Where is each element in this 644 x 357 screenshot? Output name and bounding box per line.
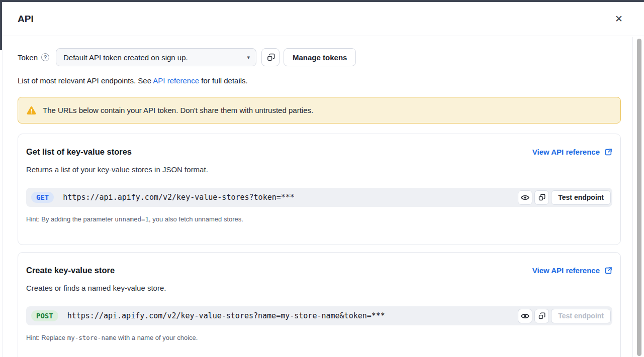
eye-icon (521, 193, 529, 202)
endpoint-row: POST https://api.apify.com/v2/key-value-… (26, 306, 612, 325)
endpoint-url: https://api.apify.com/v2/key-value-store… (67, 311, 518, 320)
warning-triangle-icon (27, 106, 36, 115)
token-select-value: Default API token created on sign up. (63, 53, 188, 62)
token-row: Token ? Default API token created on sig… (18, 48, 621, 66)
endpoint-card-create-store: Create key-value store View API referenc… (18, 252, 621, 357)
card-description: Returns a list of your key-value stores … (26, 165, 612, 174)
modal-body: Token ? Default API token created on sig… (3, 36, 644, 357)
copy-icon (266, 53, 275, 62)
warning-banner: The URLs below contain your API token. D… (18, 97, 621, 124)
test-endpoint-button[interactable]: Test endpoint (551, 309, 611, 323)
endpoint-actions: Test endpoint (518, 309, 611, 323)
hint-code: unnamed=1 (115, 215, 149, 223)
intro-after: for full details. (199, 76, 248, 85)
endpoint-hint: Hint: By adding the parameter unnamed=1,… (26, 215, 612, 223)
eye-icon (521, 312, 529, 320)
copy-url-button[interactable] (534, 190, 549, 205)
method-badge-post: POST (31, 310, 58, 321)
method-badge-get: GET (31, 192, 54, 203)
reveal-token-button[interactable] (518, 190, 532, 205)
hint-suffix: with a name of your choice. (117, 334, 198, 341)
hint-prefix: Hint: Replace (26, 334, 67, 341)
endpoint-url: https://api.apify.com/v2/key-value-store… (63, 193, 518, 202)
endpoint-actions: Test endpoint (518, 190, 611, 205)
page-title: API (18, 14, 34, 25)
close-button[interactable]: ✕ (614, 13, 624, 25)
external-link-icon (604, 267, 612, 275)
endpoint-row: GET https://api.apify.com/v2/key-value-s… (26, 188, 612, 207)
view-api-reference-label: View API reference (532, 148, 600, 156)
copy-url-button[interactable] (534, 309, 549, 323)
view-api-reference-label: View API reference (532, 266, 600, 275)
api-modal: API ✕ Token ? Default API token created … (2, 2, 644, 357)
card-description: Creates or finds a named key-value store… (26, 284, 612, 292)
token-select[interactable]: Default API token created on sign up. ▾ (56, 48, 256, 66)
copy-token-button[interactable] (261, 48, 280, 66)
close-icon: ✕ (615, 14, 623, 24)
intro-before: List of most relevant API endpoints. See (18, 76, 153, 85)
intro-text: List of most relevant API endpoints. See… (18, 76, 621, 85)
copy-icon (538, 194, 545, 201)
scrollbar[interactable] (637, 39, 641, 356)
card-title: Get list of key-value stores (26, 147, 132, 157)
endpoint-hint: Hint: Replace my-store-name with a name … (26, 334, 612, 341)
external-link-icon (604, 148, 612, 156)
card-head: Get list of key-value stores View API re… (26, 147, 612, 157)
modal-header: API ✕ (3, 2, 644, 36)
hint-code: my-store-name (67, 334, 117, 341)
manage-tokens-button[interactable]: Manage tokens (284, 48, 356, 66)
hint-suffix: , you also fetch unnamed stores. (149, 215, 243, 223)
view-api-reference-link[interactable]: View API reference (532, 266, 612, 275)
card-head: Create key-value store View API referenc… (26, 266, 612, 275)
help-icon[interactable]: ? (41, 53, 49, 61)
hint-prefix: Hint: By adding the parameter (26, 215, 115, 223)
scrollbar-track-line (632, 37, 633, 357)
test-endpoint-button[interactable]: Test endpoint (551, 190, 611, 205)
copy-icon (538, 312, 545, 320)
api-reference-link[interactable]: API reference (153, 76, 199, 85)
warning-text: The URLs below contain your API token. D… (43, 106, 313, 114)
token-label: Token (18, 53, 38, 62)
view-api-reference-link[interactable]: View API reference (532, 148, 612, 156)
card-title: Create key-value store (26, 266, 115, 275)
chevron-down-icon: ▾ (247, 54, 250, 61)
reveal-token-button[interactable] (518, 309, 532, 323)
endpoint-card-get-list: Get list of key-value stores View API re… (18, 134, 621, 245)
